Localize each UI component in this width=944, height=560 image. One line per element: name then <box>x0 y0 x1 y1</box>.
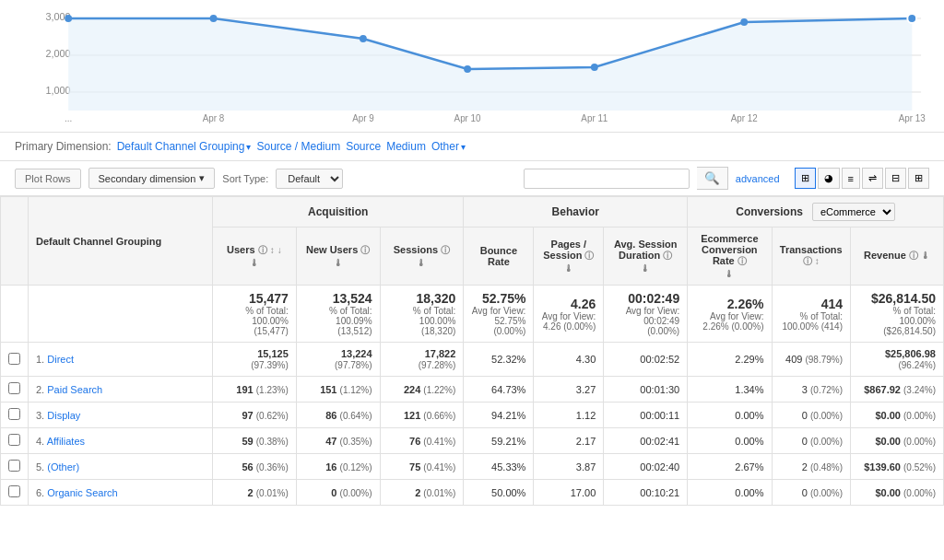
checkbox-input-2[interactable] <box>8 408 20 420</box>
search-button[interactable]: 🔍 <box>697 167 728 190</box>
search-input[interactable] <box>524 169 690 189</box>
channel-link-5[interactable]: Organic Search <box>47 487 117 498</box>
ecom-conv-header: Ecommerce Conversion Rate ⓘ 🌡 <box>688 228 772 286</box>
chart-area: 3,000 2,000 1,000 ... Apr 8 Apr 9 Apr 10… <box>0 0 944 133</box>
table-row: 1. Direct 15,125 (97.39%) 13,224 (97.78%… <box>1 343 944 377</box>
row-bounce-4: 45.33% <box>464 454 534 480</box>
table-row: 4. Affiliates 59 (0.38%) 47 (0.35%) 76 (… <box>1 428 944 454</box>
users-info-icon[interactable]: ⓘ <box>258 245 267 255</box>
advanced-link[interactable]: advanced <box>736 173 780 184</box>
row-checkbox-1[interactable] <box>1 377 29 402</box>
checkbox-input-1[interactable] <box>8 382 20 394</box>
ecommerce-select[interactable]: eCommerce <box>812 203 895 221</box>
channel-link-2[interactable]: Display <box>47 410 80 421</box>
row-number-3: 4. <box>36 436 44 447</box>
chart-point-2[interactable] <box>360 35 367 42</box>
users-sort-icon[interactable]: ↕ <box>270 245 275 255</box>
y-label-2000: 2,000 <box>46 48 71 59</box>
x-label-apr11: Apr 11 <box>581 113 608 123</box>
pages-thermometer-icon: 🌡 <box>564 263 573 274</box>
row-checkbox-0[interactable] <box>1 343 29 377</box>
source-link[interactable]: Source <box>346 140 381 153</box>
row-sessions-2: 121 (0.66%) <box>380 402 464 428</box>
comparison-view-button[interactable]: ⇌ <box>862 168 883 189</box>
table-row: 6. Organic Search 2 (0.01%) 0 (0.00%) 2 … <box>1 480 944 506</box>
dimension-grouping-btn[interactable]: Default Channel Grouping ▾ <box>117 140 252 153</box>
users-filter-icon[interactable]: ↓ <box>277 245 282 255</box>
duration-info-icon[interactable]: ⓘ <box>663 251 672 261</box>
row-users-5: 2 (0.01%) <box>213 480 297 506</box>
row-transactions-2: 0 (0.00%) <box>772 402 851 428</box>
channel-link-1[interactable]: Paid Search <box>47 384 102 395</box>
source-medium-link[interactable]: Source / Medium <box>256 140 340 153</box>
chevron-down-icon: ▾ <box>246 142 251 152</box>
pie-view-button[interactable]: ◕ <box>818 168 840 189</box>
bar-view-button[interactable]: ≡ <box>842 168 860 189</box>
row-checkbox-2[interactable] <box>1 402 29 428</box>
sessions-thermometer-icon: 🌡 <box>417 258 426 268</box>
row-duration-0: 00:02:52 <box>604 343 688 377</box>
ecomconv-info-icon[interactable]: ⓘ <box>738 256 747 266</box>
row-checkbox-3[interactable] <box>1 428 29 454</box>
channel-link-4[interactable]: (Other) <box>47 461 79 472</box>
other-link[interactable]: Other ▾ <box>431 140 466 153</box>
chart-point-1[interactable] <box>210 15 218 22</box>
sort-type-select[interactable]: Default <box>276 169 343 189</box>
checkbox-input-5[interactable] <box>8 485 20 497</box>
channel-link-3[interactable]: Affiliates <box>47 436 85 447</box>
table-row: 3. Display 97 (0.62%) 86 (0.64%) 121 (0.… <box>1 402 944 428</box>
totals-transactions-cell: 414 % of Total: 100.00% (414) <box>772 286 851 343</box>
row-revenue-5: $0.00 (0.00%) <box>851 480 944 506</box>
transactions-info-icon[interactable]: ⓘ <box>803 256 812 266</box>
x-label-apr8: Apr 8 <box>203 113 225 123</box>
lifetime-view-button[interactable]: ⊞ <box>908 168 929 189</box>
checkbox-input-0[interactable] <box>8 353 20 365</box>
row-channel-1: 2. Paid Search <box>29 377 213 402</box>
row-sessions-4: 75 (0.41%) <box>380 454 464 480</box>
row-sessions-3: 76 (0.41%) <box>380 428 464 454</box>
row-number-2: 3. <box>36 410 44 421</box>
totals-channel-cell <box>29 286 213 343</box>
row-ecomconv-1: 1.34% <box>688 377 772 402</box>
row-users-1: 191 (1.23%) <box>213 377 297 402</box>
row-number-5: 6. <box>36 487 44 498</box>
medium-link[interactable]: Medium <box>386 140 426 153</box>
row-users-4: 56 (0.36%) <box>213 454 297 480</box>
plot-rows-button[interactable]: Plot Rows <box>15 169 81 189</box>
totals-newusers-cell: 13,524 % of Total: 100.09% (13,512) <box>296 286 380 343</box>
revenue-header: Revenue ⓘ 🌡 <box>851 228 944 286</box>
checkbox-input-4[interactable] <box>8 460 20 472</box>
transactions-header: Transactions ⓘ ↕ <box>772 228 851 286</box>
channel-link-0[interactable]: Direct <box>47 354 74 365</box>
row-revenue-4: $139.60 (0.52%) <box>851 454 944 480</box>
row-transactions-5: 0 (0.00%) <box>772 480 851 506</box>
users-header: Users ⓘ ↕ ↓ 🌡 <box>213 228 297 286</box>
secondary-dimension-button[interactable]: Secondary dimension ▾ <box>88 168 216 189</box>
transactions-sort-icon[interactable]: ↕ <box>815 256 820 266</box>
pages-info-icon[interactable]: ⓘ <box>584 251 594 261</box>
totals-revenue-cell: $26,814.50 % of Total: 100.00% ($26,814.… <box>851 286 944 343</box>
chart-point-3[interactable] <box>464 65 471 73</box>
newusers-info-icon[interactable]: ⓘ <box>360 245 370 255</box>
table-row: 2. Paid Search 191 (1.23%) 151 (1.12%) 2… <box>1 377 944 402</box>
chart-point-5[interactable] <box>740 18 748 26</box>
sessions-info-icon[interactable]: ⓘ <box>441 245 450 255</box>
data-view-button[interactable]: ⊞ <box>795 168 816 189</box>
channel-grouping-header: Default Channel Grouping <box>29 197 213 286</box>
row-newusers-2: 86 (0.64%) <box>296 402 380 428</box>
row-checkbox-5[interactable] <box>1 480 29 506</box>
revenue-info-icon[interactable]: ⓘ <box>909 251 918 261</box>
chart-point-0[interactable] <box>65 15 72 22</box>
acquisition-group-header: Acquisition <box>213 197 464 228</box>
row-checkbox-4[interactable] <box>1 454 29 480</box>
chart-point-4[interactable] <box>591 64 598 71</box>
sessions-header: Sessions ⓘ 🌡 <box>380 228 464 286</box>
primary-dimension-label: Primary Dimension: <box>15 140 112 153</box>
chart-point-6[interactable] <box>907 14 916 23</box>
row-revenue-3: $0.00 (0.00%) <box>851 428 944 454</box>
pivot-view-button[interactable]: ⊟ <box>885 168 906 189</box>
totals-row: 15,477 % of Total: 100.00% (15,477) 13,5… <box>1 286 944 343</box>
checkbox-input-3[interactable] <box>8 434 20 446</box>
row-sessions-0: 17,822 (97.28%) <box>380 343 464 377</box>
x-label-apr10: Apr 10 <box>454 113 481 123</box>
